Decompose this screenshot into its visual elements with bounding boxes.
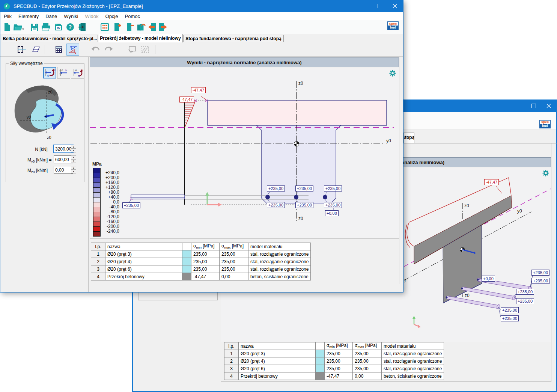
scale-color <box>93 202 101 207</box>
save-icon <box>31 23 39 31</box>
material-swatch <box>182 258 191 265</box>
menu-dane[interactable]: Dane <box>42 13 60 20</box>
back-specbud-logo[interactable]: spec bud <box>539 120 551 128</box>
spin-up-button[interactable]: ▲ <box>71 166 76 170</box>
scale-color <box>93 187 101 193</box>
calculator-button[interactable] <box>54 45 64 54</box>
tab-belka-podsuwnicowa[interactable]: Belka podsuwnicowa - model sprężysto-pl.… <box>2 35 98 42</box>
back-origin-axes <box>412 316 421 328</box>
add-section-icon <box>114 23 122 31</box>
col-swatch <box>316 342 325 350</box>
table-row: 3 Ø20 (pręt 6) 235,00 235,00 stal, rozci… <box>224 365 444 372</box>
preview-z0-bottom: z0 <box>47 135 51 140</box>
menu-widok[interactable]: Widok <box>81 13 102 20</box>
open-file-button[interactable] <box>13 23 25 32</box>
svg-text:ω: ω <box>75 69 77 71</box>
scale-color <box>93 182 101 188</box>
concrete-stress-wedge <box>185 100 196 128</box>
force-mode-omega-button[interactable]: ω M N <box>71 67 84 78</box>
mz0-moment-input[interactable] <box>54 166 73 174</box>
prev-section-button[interactable] <box>148 23 157 32</box>
menu-opcje[interactable]: Opcje <box>102 13 122 20</box>
plate-stress-label: +235,00 <box>122 202 140 208</box>
spin-up-button[interactable]: ▲ <box>71 155 76 159</box>
internal-forces-title: Siły wewnętrzne <box>9 61 44 66</box>
table-row: 2 Ø20 (pręt 4) 235,00 235,00 stal, rozci… <box>91 258 311 265</box>
mz0-spinner: ▲ ▼ <box>71 166 76 174</box>
rebar-stress-label: +235,00 <box>267 202 285 208</box>
maximize-button[interactable] <box>371 0 388 12</box>
col-model: model materiału <box>382 342 444 350</box>
svg-text:W: W <box>57 26 60 30</box>
zoom-pointer-button[interactable] <box>127 45 137 54</box>
help-button[interactable]: ? <box>66 23 75 32</box>
secondary-toolbar: 6 6 <box>0 42 403 57</box>
svg-text:6: 6 <box>70 46 71 48</box>
scale-tick: +160,0 <box>101 180 119 185</box>
force-mode-en-button[interactable]: e N <box>57 67 70 78</box>
col-lp: l.p. <box>91 243 105 250</box>
exit-button[interactable] <box>77 23 86 32</box>
remove-section-button[interactable] <box>126 23 135 32</box>
menu-elementy[interactable]: Elementy <box>15 13 42 20</box>
menubar: Plik Elementy Dane Wyniki Widok Opcje Po… <box>0 12 403 20</box>
window-title: SPECBUD - Edytor Przekrojów Złożonych - … <box>14 3 143 9</box>
copy-section-button[interactable] <box>137 23 146 32</box>
col-lp: l.p. <box>224 342 239 350</box>
back-maximize-button[interactable] <box>525 100 542 112</box>
web-section <box>257 125 341 204</box>
back-close-button[interactable] <box>540 100 557 112</box>
specbud-logo[interactable]: spec bud <box>387 21 399 30</box>
redo-button[interactable] <box>104 45 114 54</box>
my0-spinner: ▲ ▼ <box>71 155 76 163</box>
save-button[interactable] <box>30 23 39 32</box>
eraser-button[interactable] <box>31 45 41 54</box>
exit-icon <box>77 23 86 31</box>
section-manager-button[interactable] <box>100 23 109 32</box>
undo-icon <box>90 46 100 53</box>
col-smax: σmax [MPa] <box>353 342 382 350</box>
scale-color <box>93 192 101 198</box>
undo-button[interactable] <box>90 45 100 54</box>
my0-moment-label: My0 [kNm] = <box>27 157 51 163</box>
back-steel-stress-label: +235,00 <box>531 270 549 276</box>
force-mode-nm-button[interactable]: M N <box>43 67 56 78</box>
col-swatch <box>182 243 191 250</box>
menu-wyniki[interactable]: Wyniki <box>60 13 81 20</box>
close-button[interactable] <box>386 0 403 12</box>
z0-label-bottom: z0 <box>298 216 303 221</box>
spin-down-button[interactable]: ▼ <box>71 170 76 173</box>
mz0-moment-label: Mz0 [kNm] = <box>27 168 51 174</box>
back-tab-stop[interactable]: Stopa fundamentowa - naprężenia pod stop… <box>403 133 414 143</box>
titlebar[interactable]: SPECBUD - Edytor Przekrojów Złożonych - … <box>0 0 403 12</box>
print-button[interactable] <box>41 23 50 32</box>
stress-results-button[interactable]: 6 6 <box>66 44 79 56</box>
spin-down-button[interactable]: ▼ <box>71 159 76 163</box>
n-force-input[interactable] <box>53 145 74 153</box>
scale-tick: +120,0 <box>101 185 119 190</box>
flange-section <box>208 100 387 125</box>
material-swatch <box>182 273 191 280</box>
back-3d-diagram[interactable]: z0 z0 y0 y0 <box>404 167 551 341</box>
spin-up-button[interactable]: ▲ <box>71 145 76 149</box>
spin-down-button[interactable]: ▼ <box>71 149 76 152</box>
scale-tick: -80,0 <box>101 209 119 214</box>
tab-stopa-fundamentowa[interactable]: Stopa fundamentowa - naprężenia pod stop… <box>183 35 284 42</box>
back-z0-label-top: z0 <box>464 203 469 208</box>
zoom-pointer-icon <box>128 45 137 54</box>
section-dimensions-button[interactable] <box>17 45 27 54</box>
add-section-button[interactable] <box>113 23 122 32</box>
tab-przekroj-zelbetowy[interactable]: Przekrój żelbetowy - model nieliniowy <box>98 34 183 42</box>
menu-plik[interactable]: Plik <box>0 13 15 20</box>
export-word-button[interactable]: W <box>54 23 63 32</box>
hatch-region-button[interactable] <box>140 45 150 54</box>
new-file-button[interactable] <box>3 23 12 32</box>
next-section-button[interactable] <box>158 23 167 32</box>
menu-pomoc[interactable]: Pomoc <box>122 13 143 20</box>
preview-z0-top: z0 <box>48 90 53 94</box>
back-tab-label: Stopa fundamentowa - naprężenia pod stop… <box>403 135 414 140</box>
remove-section-icon <box>126 23 134 31</box>
section-3d-preview[interactable]: z0 y0 z0 <box>9 81 82 142</box>
material-swatch <box>316 350 325 357</box>
my0-moment-input[interactable] <box>54 155 73 163</box>
